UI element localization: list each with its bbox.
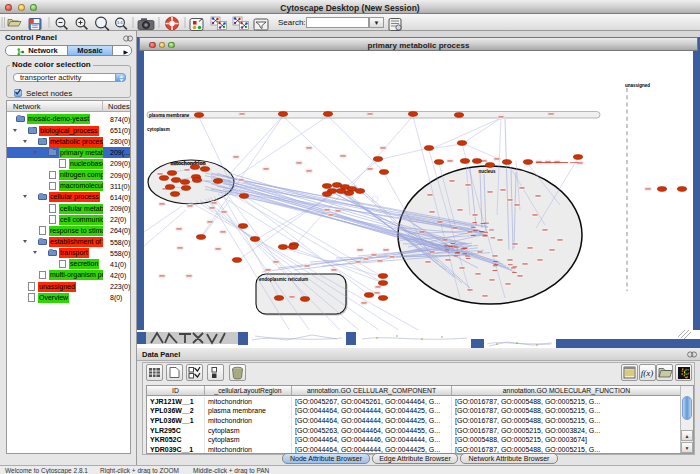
svg-text:endoplasmic reticulum: endoplasmic reticulum [259, 277, 308, 282]
svg-text:cytoplasm: cytoplasm [147, 127, 170, 132]
svg-text:mitochondrion: mitochondrion [171, 160, 206, 166]
svg-text:unassigned: unassigned [625, 83, 650, 88]
svg-text:nucleus: nucleus [478, 169, 496, 174]
svg-text:1:1: 1:1 [117, 20, 124, 25]
svg-text:plasma membrane: plasma membrane [149, 113, 190, 118]
